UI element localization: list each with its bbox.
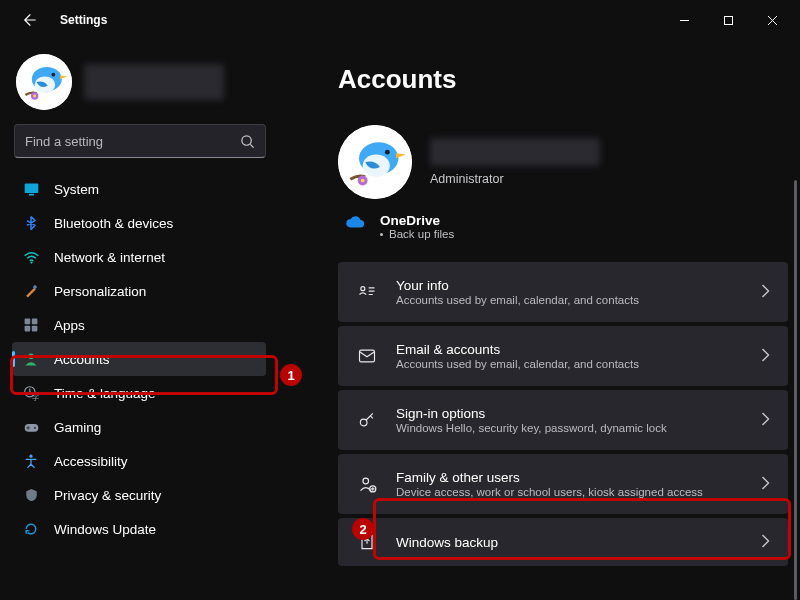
minimize-button[interactable] bbox=[662, 6, 706, 34]
wifi-icon bbox=[22, 248, 40, 266]
avatar bbox=[16, 54, 72, 110]
svg-point-25 bbox=[385, 150, 390, 155]
chevron-right-icon bbox=[761, 476, 770, 493]
card-title: Email & accounts bbox=[396, 342, 743, 357]
card-title: Windows backup bbox=[396, 535, 743, 550]
svg-point-21 bbox=[29, 455, 32, 458]
nav-label: Apps bbox=[54, 318, 85, 333]
svg-point-10 bbox=[30, 261, 32, 263]
card-title: Family & other users bbox=[396, 470, 743, 485]
card-sub: Accounts used by email, calendar, and co… bbox=[396, 294, 743, 306]
onedrive-label: OneDrive bbox=[380, 213, 454, 228]
search-icon bbox=[240, 134, 255, 149]
update-icon bbox=[22, 520, 40, 538]
backup-icon bbox=[356, 531, 378, 553]
card-sub: Device access, work or school users, kio… bbox=[396, 486, 743, 498]
card-signin-options[interactable]: Sign-in options Windows Hello, security … bbox=[338, 390, 788, 450]
card-family-other-users[interactable]: Family & other users Device access, work… bbox=[338, 454, 788, 514]
close-icon bbox=[767, 15, 778, 26]
bird-avatar-icon bbox=[16, 54, 72, 110]
brush-icon bbox=[22, 282, 40, 300]
window-title: Settings bbox=[60, 13, 107, 27]
nav-label: System bbox=[54, 182, 99, 197]
card-title: Sign-in options bbox=[396, 406, 743, 421]
titlebar: Settings bbox=[0, 0, 800, 40]
id-card-icon bbox=[356, 281, 378, 303]
nav-list: System Bluetooth & devices Network & int… bbox=[12, 172, 280, 546]
nav-label: Privacy & security bbox=[54, 488, 161, 503]
card-windows-backup[interactable]: Windows backup bbox=[338, 518, 788, 566]
sidebar-item-accounts[interactable]: Accounts bbox=[12, 342, 266, 376]
svg-point-30 bbox=[360, 419, 367, 426]
profile-name-redacted bbox=[84, 64, 224, 100]
sidebar-item-time[interactable]: 字 Time & language bbox=[12, 376, 266, 410]
bird-avatar-icon bbox=[338, 125, 412, 199]
chevron-right-icon bbox=[761, 412, 770, 429]
card-title: Your info bbox=[396, 278, 743, 293]
window-controls bbox=[662, 6, 794, 34]
arrow-left-icon bbox=[23, 13, 37, 27]
svg-point-7 bbox=[242, 135, 251, 144]
chevron-right-icon bbox=[761, 534, 770, 551]
sidebar-item-bluetooth[interactable]: Bluetooth & devices bbox=[12, 206, 266, 240]
content-pane: Accounts Administrator bbox=[280, 40, 800, 600]
nav-label: Network & internet bbox=[54, 250, 165, 265]
close-button[interactable] bbox=[750, 6, 794, 34]
card-sub: Accounts used by email, calendar, and co… bbox=[396, 358, 743, 370]
account-role: Administrator bbox=[430, 172, 600, 186]
svg-rect-14 bbox=[25, 326, 31, 332]
svg-point-16 bbox=[28, 353, 34, 359]
monitor-icon bbox=[22, 180, 40, 198]
onedrive-row[interactable]: OneDrive Back up files bbox=[338, 213, 788, 240]
svg-rect-29 bbox=[360, 350, 375, 362]
sidebar-item-network[interactable]: Network & internet bbox=[12, 240, 266, 274]
sidebar-item-apps[interactable]: Apps bbox=[12, 308, 266, 342]
cloud-icon bbox=[344, 213, 366, 232]
search-input[interactable] bbox=[25, 134, 240, 149]
svg-point-4 bbox=[51, 73, 55, 77]
card-your-info[interactable]: Your info Accounts used by email, calend… bbox=[338, 262, 788, 322]
sidebar-item-system[interactable]: System bbox=[12, 172, 266, 206]
sidebar-item-privacy[interactable]: Privacy & security bbox=[12, 478, 266, 512]
maximize-icon bbox=[723, 15, 734, 26]
sidebar-profile[interactable] bbox=[12, 48, 280, 124]
chevron-right-icon bbox=[761, 348, 770, 365]
svg-rect-0 bbox=[724, 16, 732, 24]
clock-lang-icon: 字 bbox=[22, 384, 40, 402]
account-profile: Administrator bbox=[338, 125, 788, 199]
svg-rect-13 bbox=[32, 319, 38, 325]
nav-label: Personalization bbox=[54, 284, 146, 299]
nav-label: Gaming bbox=[54, 420, 101, 435]
grid-icon bbox=[22, 316, 40, 334]
sidebar-item-gaming[interactable]: Gaming bbox=[12, 410, 266, 444]
svg-point-6 bbox=[33, 95, 36, 98]
nav-label: Accessibility bbox=[54, 454, 128, 469]
sidebar-item-update[interactable]: Windows Update bbox=[12, 512, 266, 546]
card-sub: Windows Hello, security key, password, d… bbox=[396, 422, 743, 434]
gamepad-icon bbox=[22, 418, 40, 436]
shield-icon bbox=[22, 486, 40, 504]
back-button[interactable] bbox=[18, 8, 42, 32]
svg-text:字: 字 bbox=[32, 394, 39, 401]
svg-rect-12 bbox=[25, 319, 31, 325]
scrollbar[interactable] bbox=[794, 180, 797, 600]
accessibility-icon bbox=[22, 452, 40, 470]
svg-rect-9 bbox=[28, 193, 33, 195]
svg-point-28 bbox=[361, 287, 365, 291]
search-box[interactable] bbox=[14, 124, 266, 158]
sidebar-item-accessibility[interactable]: Accessibility bbox=[12, 444, 266, 478]
sidebar-item-personalization[interactable]: Personalization bbox=[12, 274, 266, 308]
card-email-accounts[interactable]: Email & accounts Accounts used by email,… bbox=[338, 326, 788, 386]
person-add-icon bbox=[356, 473, 378, 495]
mail-icon bbox=[356, 345, 378, 367]
minimize-icon bbox=[679, 15, 690, 26]
person-icon bbox=[22, 350, 40, 368]
bluetooth-icon bbox=[22, 214, 40, 232]
key-icon bbox=[356, 409, 378, 431]
account-name-redacted bbox=[430, 138, 600, 166]
nav-label: Windows Update bbox=[54, 522, 156, 537]
maximize-button[interactable] bbox=[706, 6, 750, 34]
nav-label: Bluetooth & devices bbox=[54, 216, 173, 231]
sidebar: System Bluetooth & devices Network & int… bbox=[0, 40, 280, 600]
avatar bbox=[338, 125, 412, 199]
